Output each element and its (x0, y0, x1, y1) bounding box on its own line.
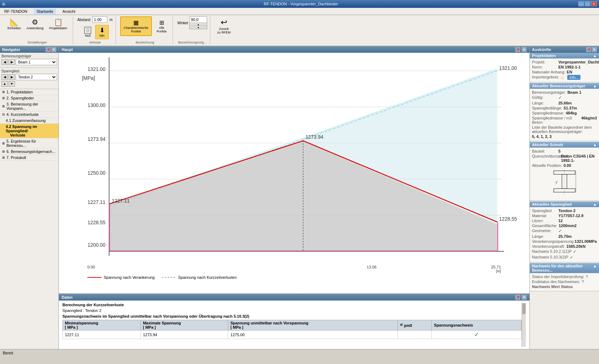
nav-btn-up-tendon[interactable]: ▲ (1, 81, 8, 87)
aus-schnitt-title: Aktueller Schnitt (532, 143, 563, 147)
aus-row-sg-nw1: Nachweis 5.10.2.1(1)P ✓ (532, 249, 597, 254)
window-title: RF-TENDON - Vorgespannter_Dachbinder (24, 2, 578, 6)
nav-tree-ergebnisse[interactable]: ⊞ 5. Ergebnisse für Bemessu... (0, 138, 58, 149)
aus-label-bauteil: Bauteil: (532, 149, 557, 153)
nav-tree-projektdaten-label: 1. Projektdaten (6, 90, 33, 94)
svg-text:1200.00: 1200.00 (88, 242, 106, 248)
nav-bemessungstraeger-label: Bemessungsträger (1, 54, 57, 58)
auskuenfte-pin-btn[interactable]: 📌 (586, 47, 591, 52)
navigator-header: Navigator 📌 ✕ (0, 46, 58, 53)
ribbon-btn-anwendung[interactable]: ⚙ Anwendung (24, 16, 46, 31)
svg-rect-23 (109, 250, 498, 251)
aus-spannglied-title: Aktuelles Spannglied (532, 202, 572, 206)
aus-section-schnitt-header[interactable]: Aktueller Schnitt ▲ (530, 142, 599, 148)
nav-btn-down-tendon[interactable]: ▼ (9, 81, 15, 87)
projektdaten-label: Projektdaten (49, 26, 67, 30)
ribbon-btn-null[interactable]: 0 Null (81, 25, 94, 39)
nav-tree-spannglieder[interactable]: ⊞ 2. Spannglieder (0, 95, 58, 101)
ribbon-btn-alle-punkte[interactable]: ⊞ AllePunkte (153, 17, 170, 36)
ribbon-group-einstellungen: 📐 Einheiten ⚙ Anwendung 📋 Projektdaten E… (2, 16, 73, 44)
nav-tree-kurzzeitverluste[interactable]: ⊟ 4. Kurzzeitverluste (0, 112, 58, 118)
nav-select-beam[interactable]: Beam 1 (16, 59, 57, 65)
navigator-tree: ⊞ 1. Projektdaten ⊞ 2. Spannglieder ⊞ 3.… (0, 89, 58, 349)
nav-tree-bemessungs-nach[interactable]: ⊞ 6. Bemessungsträgernach... (0, 149, 58, 155)
nav-tree-zusammenfassung[interactable]: 4.1 Zusammenfassung (0, 118, 58, 124)
daten-table: Minimalspannung[ MPa ] Maximale Spannung… (62, 320, 522, 339)
minimize-button[interactable]: — (578, 1, 584, 6)
aus-value-endstatus: ? (582, 280, 584, 284)
aus-value-sg-material: Y1770S7-12.9 (558, 214, 583, 218)
winkel-spin-down[interactable]: ▼ (190, 26, 207, 29)
ribbon-btn-back-rfem[interactable]: ↩ Zurückzu RFEM (215, 16, 233, 36)
winkel-input[interactable] (190, 17, 207, 22)
aus-value-projekt: Vorgespannter_Dachbinder (558, 60, 599, 64)
abstand-input[interactable] (92, 16, 107, 23)
aus-nachweis-body: Status der Importüberprüfung: ? Endstatu… (530, 273, 599, 291)
svg-rect-24 (497, 222, 498, 251)
window-controls: — □ ✕ (578, 1, 597, 6)
aus-schnitt-collapse: ▲ (593, 143, 597, 147)
aus-label-nw-wert: Nachweis Wert Status (532, 284, 573, 289)
menu-ansicht[interactable]: Ansicht (60, 9, 78, 14)
haupt-header-btns: 📌 ✕ (515, 47, 527, 52)
ribbon-btn-min[interactable]: ⬇ Min (95, 25, 109, 39)
winkel-spin-up[interactable]: ▲ (190, 22, 207, 26)
aus-section-nachweis: Nachweis für den aktuellen Bemessu... ▲ … (530, 263, 599, 291)
ribbon-group-bezeichnungsorig: Winkel ▲ ▼ Bezeichnungsorig... (174, 16, 210, 44)
aus-value-national: EN (567, 70, 572, 74)
aus-label-sg-litzen: Litzen: (532, 219, 557, 223)
aus-section-bemessungstraeger-header[interactable]: Aktueller Bemessungsträger ▲ (530, 83, 599, 89)
aus-row-sg-veranks: Verankerungsspannung: 1321.00MPa (532, 239, 597, 243)
nav-btn-next-tendon[interactable]: ▶ (9, 74, 15, 80)
auskuenfte-close-btn[interactable]: ✕ (592, 47, 597, 52)
aus-label-sg-veranks: Verankerungsspannung: (532, 239, 573, 243)
nav-tree-protokoll[interactable]: ⊞ 7. Protokoll (0, 155, 58, 161)
haupt-pin-btn[interactable]: 📌 (515, 47, 520, 52)
aus-check-nw1: ✓ (573, 249, 577, 254)
nav-tree-bemessung[interactable]: ⊞ 3. Bemessung der Vorspann... (0, 101, 58, 112)
aus-value-masse: 484kg (566, 111, 577, 115)
daten-close-btn[interactable]: ✕ (522, 295, 527, 300)
navigator-close-btn[interactable]: ✕ (51, 47, 56, 52)
aus-value-sg-veranks: 1321.00MPa (575, 239, 597, 243)
nav-btn-prev-tendon[interactable]: ◀ (1, 74, 8, 80)
nav-tree-spannung-verluste-label: 4.2 Spannung im Spannglied/ Verluste (6, 124, 56, 137)
daten-scrollbar[interactable] (522, 303, 526, 347)
aus-row-sg-nw2: Nachweis 5.10.3(2)P ✓ (532, 255, 597, 260)
nav-tree-projektdaten[interactable]: ⊞ 1. Projektdaten (0, 89, 58, 95)
aus-section-spannglied-header[interactable]: Aktuelles Spannglied ▲ (530, 201, 599, 207)
menu-startseite[interactable]: Startseite (34, 9, 56, 14)
daten-pin-btn[interactable]: 📌 (515, 295, 520, 300)
ribbon-btn-projektdaten[interactable]: 📋 Projektdaten (47, 16, 70, 31)
einheiten-icon: 📐 (10, 18, 19, 26)
aus-label-masse: Spanngliedmasse: (532, 111, 564, 115)
winkel-label: Winkel (177, 21, 188, 25)
ribbon-group-verluste: Abstand m 0 Null ⬇ Min Verluste (75, 16, 116, 44)
maximize-button[interactable]: □ (585, 1, 590, 6)
aus-row-btraeger: Bemessungsträger: Beam 1 (532, 90, 597, 94)
nav-tree-spannung-verluste[interactable]: 4.2 Spannung im Spannglied/ Verluste (0, 124, 58, 138)
menu-rftendon[interactable]: RF-TENDON (1, 9, 30, 14)
chart-svg: 1321.00 1300.00 1273.94 1250.00 1227.11 … (59, 53, 529, 265)
navigator-pin-btn[interactable]: 📌 (46, 47, 51, 52)
nav-btn-next-beam[interactable]: ▶ (9, 59, 15, 65)
aus-section-projektdaten-header[interactable]: Projektdaten ▲ (530, 53, 599, 58)
svg-text:1273.94: 1273.94 (88, 136, 106, 142)
nav-tree-protokoll-label: 7. Protokoll (6, 155, 26, 160)
info-button[interactable]: Info... (567, 75, 580, 80)
nav-btn-prev-beam[interactable]: ◀ (1, 59, 8, 65)
haupt-close-btn[interactable]: ✕ (522, 47, 527, 52)
aus-row-laenge: Länge: 25.66m (532, 101, 597, 105)
aus-row-import-status: Status der Importüberprüfung: ? (532, 275, 597, 279)
aus-spannglied-collapse: ▲ (593, 202, 597, 206)
nav-select-tendon[interactable]: Tendon 2 (16, 74, 57, 80)
aus-row-bauteil: Bauteil: 5 (532, 149, 597, 153)
aus-value-masse-m3: 46kg/m3 (581, 116, 597, 124)
winkel-spinbox[interactable]: ▲ ▼ (189, 16, 207, 29)
aus-label-sg-name: Spannglied (532, 209, 557, 213)
aus-section-nachweis-header[interactable]: Nachweis für den aktuellen Bemessu... ▲ (530, 263, 599, 273)
ribbon-btn-char-punkte[interactable]: ▦ CharakteristischePunkte (120, 16, 152, 36)
close-button[interactable]: ✕ (591, 1, 597, 6)
ribbon-btn-einheiten[interactable]: 📐 Einheiten (5, 16, 24, 31)
aus-section-spannglied: Aktuelles Spannglied ▲ Spannglied Tendon… (530, 201, 599, 262)
